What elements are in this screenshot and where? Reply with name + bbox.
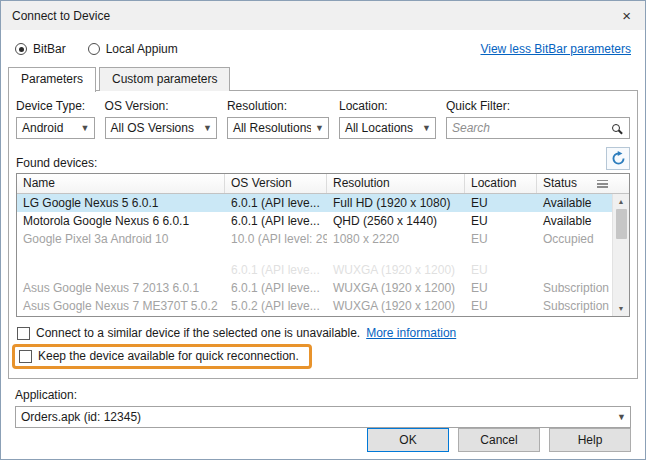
table-row[interactable]: Asus Google Nexus 7 2013 6.0.1 6.0.1 (AP… [17, 279, 612, 297]
quick-filter-label: Quick Filter: [446, 99, 630, 113]
location-label: Location: [339, 99, 436, 113]
table-row[interactable]: Google Pixel 3a Android 10 10.0 (API lev… [17, 230, 612, 248]
column-header-resolution[interactable]: Resolution [327, 174, 465, 193]
resolution-filter: Resolution: All Resolutions ▼ [227, 99, 329, 139]
refresh-icon [611, 151, 626, 166]
dialog-title: Connect to Device [12, 9, 110, 23]
view-less-parameters-link[interactable]: View less BitBar parameters [480, 42, 631, 56]
column-header-status[interactable]: Status [537, 174, 629, 193]
cell-name: Asus Google Nexus 7 ME370T 5.0.2 [17, 297, 225, 315]
table-row[interactable]: 6.0.1 (API leve... WUXGA (1920 x 1200) E… [17, 261, 612, 279]
title-bar: Connect to Device × [1, 1, 645, 30]
cell-os-version: 10.0 (API level: 29) [225, 230, 327, 248]
scroll-down-icon[interactable]: ▼ [618, 301, 625, 316]
column-header-location[interactable]: Location [465, 174, 537, 193]
application-dropdown[interactable]: Orders.apk (id: 12345) ▼ [15, 406, 631, 428]
column-header-os-version[interactable]: OS Version [225, 174, 327, 193]
cell-os-version: 6.0.1 (API leve... [225, 194, 327, 212]
chevron-down-icon: ▼ [311, 123, 328, 133]
cell-location: EU [465, 261, 537, 279]
column-header-name[interactable]: Name [17, 174, 225, 193]
application-label: Application: [15, 388, 631, 402]
tab-custom-parameters[interactable]: Custom parameters [99, 67, 230, 91]
help-button[interactable]: Help [549, 428, 631, 452]
cell-resolution: Full HD (1920 x 1080) [327, 194, 465, 212]
cell-resolution: WUXGA (1920 x 1200) [327, 261, 465, 279]
quick-reconnection-label: Keep the device available for quick reco… [38, 349, 299, 363]
resolution-dropdown[interactable]: All Resolutions ▼ [227, 117, 329, 139]
quick-filter: Quick Filter: [446, 99, 630, 139]
found-devices-label: Found devices: [16, 156, 97, 170]
cell-name: Google Pixel 3a Android 10 [17, 230, 225, 248]
cell-status: Available [537, 194, 612, 212]
radio-circle-icon [15, 43, 27, 55]
more-information-link[interactable]: More information [366, 326, 456, 340]
cell-status: Subscription only [537, 297, 612, 315]
os-version-dropdown[interactable]: All OS Versions ▼ [105, 117, 217, 139]
similar-device-label: Connect to a similar device if the selec… [36, 326, 360, 340]
quick-reconnection-checkbox[interactable] [19, 350, 32, 363]
cell-os-version: 6.0.1 (API leve... [225, 261, 327, 279]
table-row[interactable]: LG Google Nexus 5 6.0.1 6.0.1 (API leve.… [17, 194, 612, 212]
search-input[interactable] [447, 121, 612, 135]
radio-bitbar-label: BitBar [33, 42, 66, 56]
radio-bitbar[interactable]: BitBar [15, 42, 66, 56]
cancel-button[interactable]: Cancel [458, 428, 540, 452]
cell-location: EU [465, 297, 537, 315]
cell-location: EU [465, 230, 537, 248]
ok-button[interactable]: OK [367, 428, 449, 452]
cell-location: EU [465, 279, 537, 297]
cell-status: Subscription only [537, 279, 612, 297]
os-version-label: OS Version: [105, 99, 217, 113]
scroll-up-icon[interactable]: ▲ [618, 194, 625, 209]
table-row[interactable]: Asus Google Nexus 7 ME370T 5.0.2 5.0.2 (… [17, 297, 612, 315]
cell-name: LG Google Nexus 5 6.0.1 [17, 194, 225, 212]
close-icon[interactable]: × [619, 8, 634, 23]
table-row[interactable]: Motorola Google Nexus 6 6.0.1 6.0.1 (API… [17, 212, 612, 230]
device-type-label: Device Type: [16, 99, 95, 113]
device-rows: LG Google Nexus 5 6.0.1 6.0.1 (API leve.… [17, 194, 612, 316]
cell-status: Available [537, 212, 612, 230]
vertical-scrollbar[interactable]: ▲ ▼ [612, 194, 629, 316]
cell-location: EU [465, 194, 537, 212]
similar-device-row: Connect to a similar device if the selec… [17, 326, 630, 340]
connect-to-device-dialog: Connect to Device × BitBar Local Appium … [0, 0, 646, 460]
cell-name [17, 261, 225, 279]
similar-device-checkbox[interactable] [17, 327, 30, 340]
location-filter: Location: All Locations ▼ [339, 99, 436, 139]
tab-strip: Parameters Custom parameters [8, 67, 638, 91]
cell-os-version: 6.0.1 (API leve... [225, 279, 327, 297]
scrollbar-thumb[interactable] [616, 209, 627, 239]
quick-filter-box [446, 117, 630, 139]
radio-local-appium[interactable]: Local Appium [88, 42, 178, 56]
found-devices-row: Found devices: [16, 147, 630, 170]
radio-circle-icon [88, 43, 100, 55]
sort-filter-icon[interactable] [597, 180, 608, 188]
resolution-value: All Resolutions [228, 121, 311, 135]
highlight-annotation-box: Keep the device available for quick reco… [12, 344, 312, 369]
cell-status: Occupied [537, 230, 612, 248]
device-type-filter: Device Type: Android ▼ [16, 99, 95, 139]
dialog-content: BitBar Local Appium View less BitBar par… [1, 30, 645, 460]
filters-row: Device Type: Android ▼ OS Version: All O… [16, 99, 630, 139]
location-dropdown[interactable]: All Locations ▼ [339, 117, 436, 139]
parameters-tab-panel: Device Type: Android ▼ OS Version: All O… [8, 90, 638, 379]
device-table: Name OS Version Resolution Location Stat… [16, 173, 630, 317]
cell-name: Motorola Google Nexus 6 6.0.1 [17, 212, 225, 230]
search-icon[interactable] [612, 124, 620, 132]
cell-location: EU [465, 212, 537, 230]
cell-resolution: WUXGA (1920 x 1200) [327, 279, 465, 297]
cell-resolution: QHD (2560 x 1440) [327, 212, 465, 230]
tab-parameters[interactable]: Parameters [8, 67, 96, 92]
device-type-value: Android [17, 121, 77, 135]
refresh-button[interactable] [606, 147, 630, 170]
radio-local-appium-label: Local Appium [106, 42, 178, 56]
cell-os-version: 5.0.2 (API leve... [225, 297, 327, 315]
button-row: OK Cancel Help [8, 428, 638, 460]
device-type-dropdown[interactable]: Android ▼ [16, 117, 95, 139]
quick-reconnection-row: Keep the device available for quick reco… [12, 344, 630, 369]
os-version-filter: OS Version: All OS Versions ▼ [105, 99, 217, 139]
location-value: All Locations [340, 121, 418, 135]
device-table-body: LG Google Nexus 5 6.0.1 6.0.1 (API leve.… [17, 194, 629, 316]
device-table-header: Name OS Version Resolution Location Stat… [17, 174, 629, 194]
